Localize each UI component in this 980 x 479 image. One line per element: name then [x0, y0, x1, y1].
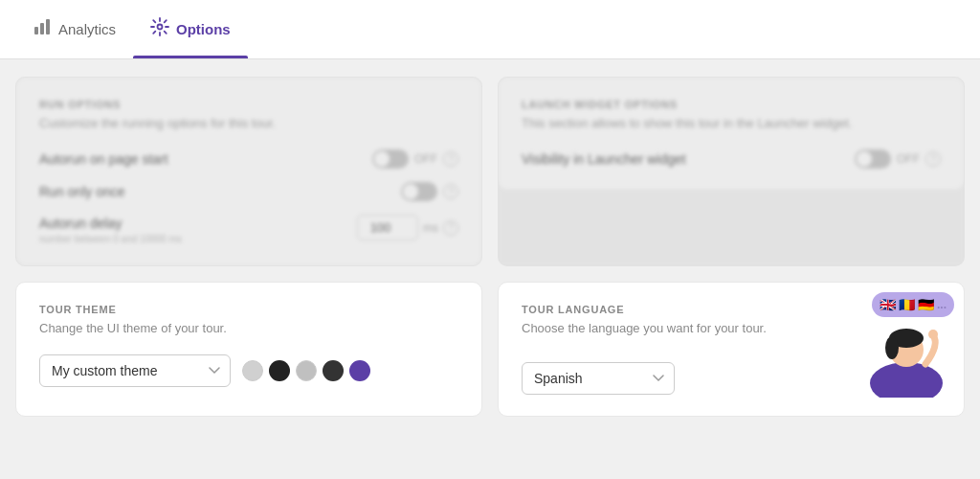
- flag-de: 🇩🇪: [918, 297, 934, 312]
- theme-select[interactable]: My custom theme Default Dark: [39, 354, 231, 387]
- svg-point-3: [158, 25, 163, 30]
- flag-uk: 🇬🇧: [880, 297, 896, 312]
- color-dots: [242, 360, 370, 381]
- options-icon: [150, 17, 169, 41]
- tour-theme-card: TOUR THEME Change the UI theme of your t…: [15, 282, 482, 417]
- tab-options[interactable]: Options: [133, 0, 248, 58]
- svg-rect-0: [34, 27, 38, 34]
- tab-analytics[interactable]: Analytics: [15, 0, 133, 58]
- flag-ro: 🇷🇴: [899, 297, 915, 312]
- run-options-overlay: [15, 77, 482, 266]
- color-dot-3[interactable]: [323, 360, 344, 381]
- main-content: RUN OPTIONS Customize the running option…: [0, 59, 980, 434]
- launch-widget-section: LAUNCH WIDGET OPTIONS This section allow…: [498, 77, 965, 266]
- person-svg: [858, 311, 954, 398]
- language-illustration: 🇬🇧 🇷🇴 🇩🇪 ...: [830, 292, 954, 398]
- theme-select-row: My custom theme Default Dark: [39, 354, 458, 387]
- tab-options-label: Options: [176, 21, 231, 37]
- color-dot-2[interactable]: [296, 360, 317, 381]
- tour-theme-title: TOUR THEME: [39, 304, 458, 315]
- tour-theme-subtitle: Change the UI theme of your tour.: [39, 321, 458, 335]
- svg-rect-1: [40, 23, 44, 34]
- svg-point-8: [928, 330, 938, 339]
- launch-widget-overlay: [498, 77, 965, 266]
- header: Analytics Options: [0, 0, 980, 59]
- tab-analytics-label: Analytics: [58, 21, 116, 37]
- tour-language-card: TOUR LANGUAGE Choose the language you wa…: [498, 282, 965, 417]
- color-dot-1[interactable]: [269, 360, 290, 381]
- ellipsis: ...: [937, 298, 947, 311]
- run-options-section: RUN OPTIONS Customize the running option…: [15, 77, 482, 266]
- language-select[interactable]: Spanish English French German Romanian: [522, 362, 675, 395]
- analytics-icon: [33, 17, 52, 41]
- svg-point-7: [885, 336, 899, 359]
- svg-point-4: [870, 362, 943, 398]
- color-dot-4[interactable]: [349, 360, 370, 381]
- svg-rect-2: [46, 19, 50, 34]
- color-dot-0[interactable]: [242, 360, 263, 381]
